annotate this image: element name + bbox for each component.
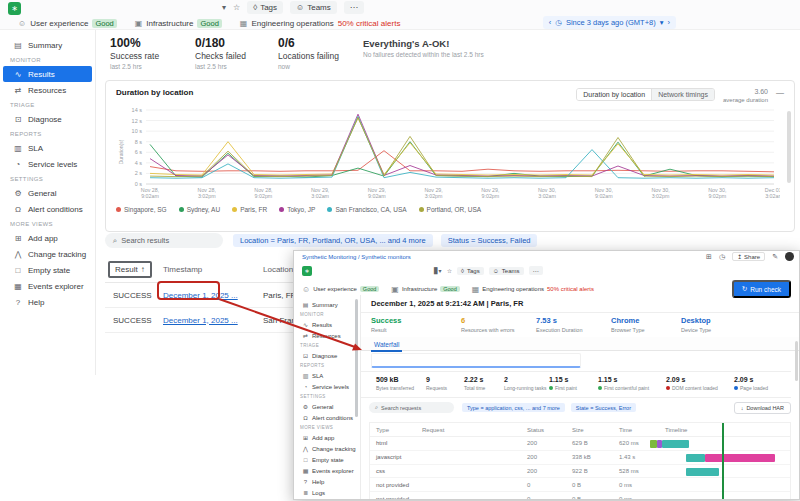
avatar[interactable]	[785, 252, 794, 261]
sidebar-item-events-explorer[interactable]: ▦Events explorer	[3, 278, 92, 294]
app-logo[interactable]: ∗	[302, 266, 312, 276]
sidebar-item-results[interactable]: ∿Results	[3, 66, 92, 82]
sidebar-item-general[interactable]: ⚙General	[296, 401, 358, 412]
sidebar-item-help[interactable]: ?Help	[3, 294, 92, 310]
sidebar-item-empty-state[interactable]: □Empty state	[3, 262, 92, 278]
sidebar-item-general[interactable]: ⚙General	[3, 185, 92, 201]
sidebar-item-alert-conditions[interactable]: ΩAlert conditions	[3, 201, 92, 217]
waterfall-column-timeline[interactable]: Timeline	[665, 427, 790, 433]
status-infrastructure[interactable]: ▣InfrastructureGood	[135, 19, 222, 28]
status-badge: Good	[360, 286, 379, 292]
share-button[interactable]: ↥Share	[732, 252, 765, 261]
tags-button[interactable]: ◊Tags	[457, 267, 484, 275]
waterfall-row[interactable]: not provided00 B0 ms	[370, 478, 790, 492]
grid-icon[interactable]: ⊞	[706, 253, 712, 261]
metric-label: Bytes transferred	[376, 385, 414, 391]
download-har-button[interactable]: ↓Download HAR	[734, 402, 791, 414]
sidebar-item-sla[interactable]: ▥SLA	[296, 370, 358, 381]
sidebar-item-service-levels[interactable]: ◔Service levels	[3, 156, 92, 172]
monitor-picker[interactable]: ▊▾	[434, 267, 442, 274]
waterfall-column-time[interactable]: Time	[619, 427, 665, 433]
sidebar-item-sla[interactable]: ▥SLA	[3, 140, 92, 156]
sidebar-item-label: Add app	[312, 435, 334, 441]
waterfall-row[interactable]: javascript200338 kB1.43 s	[370, 451, 790, 465]
filter-chip-status[interactable]: Status = Success, Failed	[441, 234, 538, 247]
overlay-sidebar-scrollbar[interactable]	[355, 299, 358, 417]
waterfall-column-status[interactable]: Status	[527, 427, 572, 433]
search-requests-input[interactable]: ⌕ Search requests	[369, 402, 454, 413]
breadcrumb[interactable]: Synthetic Monitoring / Synthetic monitor…	[302, 254, 411, 260]
status-infrastructure[interactable]: ▣InfrastructureGood	[391, 285, 459, 294]
metric-value: 2.09 s	[734, 376, 768, 383]
more-button[interactable]: ⋯	[529, 266, 543, 275]
toggle-network-timings[interactable]: Network timings	[651, 89, 714, 100]
status-engineering-operations[interactable]: ▦Engineering operations50% critical aler…	[472, 285, 594, 294]
search-input[interactable]: ⌕ Search results	[105, 233, 223, 248]
teams-button[interactable]: ☺Teams	[290, 1, 337, 14]
app-logo[interactable]: ∗	[8, 2, 21, 15]
sidebar-item-diagnose[interactable]: ⊡Diagnose	[3, 111, 92, 127]
sidebar-item-empty-state[interactable]: □Empty state	[296, 454, 358, 465]
chevron-down-icon[interactable]: ▾	[222, 3, 226, 12]
chart-scrollbar[interactable]	[787, 111, 791, 183]
sidebar-item-summary[interactable]: ▤Summary	[3, 37, 92, 53]
column-header-result[interactable]: Result↑	[105, 261, 163, 278]
sidebar-item-resources[interactable]: ⇄Resources	[3, 82, 92, 98]
svg-text:9:02pm: 9:02pm	[255, 193, 273, 199]
sort-focus-box[interactable]: Result↑	[108, 261, 152, 278]
status-label: Engineering operations	[482, 286, 544, 292]
sidebar-item-resources[interactable]: ⇄Resources	[296, 330, 358, 341]
legend-san-francisco-ca-usa: San Francisco, CA, USA	[327, 206, 406, 213]
status-engineering-operations[interactable]: ▦Engineering operations50% critical aler…	[240, 19, 401, 28]
sidebar-item-help[interactable]: ?Help	[296, 476, 358, 487]
filter-chip-location[interactable]: Location = Paris, FR, Portland, OR, USA,…	[233, 234, 433, 247]
sidebar-item-change-tracking[interactable]: ⋀Change tracking	[296, 443, 358, 454]
sidebar-item-results[interactable]: ∿Results	[296, 319, 358, 330]
waterfall-column-request[interactable]: Request	[422, 427, 527, 433]
status-cell: 200	[527, 454, 572, 460]
sidebar-item-diagnose[interactable]: ⊡Diagnose	[296, 350, 358, 361]
chevron-down-icon[interactable]: ▾	[660, 18, 664, 27]
overlay-sidebar: ▤SummaryMONITOR∿Results⇄ResourcesTRIAGE⊡…	[294, 295, 361, 499]
teams-button[interactable]: ☺Teams	[489, 267, 524, 275]
star-icon[interactable]: ☆	[233, 3, 240, 12]
overlay-scrollbar[interactable]	[795, 341, 798, 381]
column-header-timestamp[interactable]: Timestamp	[163, 265, 263, 274]
sidebar-item-summary[interactable]: ▤Summary	[296, 299, 358, 310]
more-button[interactable]: ⋯	[344, 1, 364, 14]
svg-text:3:02pm: 3:02pm	[198, 193, 216, 199]
waterfall-column-size[interactable]: Size	[572, 427, 619, 433]
sidebar-item-logs[interactable]: ≣Logs	[296, 487, 358, 498]
sidebar-item-add-app[interactable]: ⊞Add app	[296, 432, 358, 443]
time-range-picker[interactable]: ‹ ◷ Since 3 days ago (GMT+8) ▾ ›	[543, 16, 676, 29]
waterfall-row[interactable]: html200629 B620 ms	[370, 437, 790, 451]
sidebar-item-events-explorer[interactable]: ▦Events explorer	[296, 465, 358, 476]
filter-chip-type[interactable]: Type = application, css, ... and 7 more	[462, 403, 565, 412]
filter-chip-state[interactable]: State = Success, Error	[571, 403, 636, 412]
sidebar-item-alert-conditions[interactable]: ΩAlert conditions	[296, 412, 358, 423]
waterfall-row[interactable]: css200922 B528 ms	[370, 465, 790, 479]
tags-button[interactable]: ◊Tags	[247, 1, 283, 14]
result-timestamp-link[interactable]: December 1, 2025 ...	[163, 291, 238, 300]
waterfall-row[interactable]: not provided00 B0 ms	[370, 492, 790, 499]
tab-waterfall[interactable]: Waterfall	[371, 339, 402, 352]
svg-text:9:02pm: 9:02pm	[708, 193, 726, 199]
toggle-duration-by-location[interactable]: Duration by location	[577, 89, 651, 100]
pencil-icon[interactable]: ✎	[772, 253, 778, 261]
prev-icon[interactable]: ‹	[549, 18, 552, 27]
next-icon[interactable]: ›	[668, 18, 671, 27]
check-stat-label: Device Type	[681, 327, 711, 333]
status-user-experience[interactable]: ☺User experienceGood	[302, 285, 379, 294]
clock-icon[interactable]: ◷	[719, 253, 725, 261]
svg-text:14 s: 14 s	[132, 107, 143, 113]
collapse-icon[interactable]: —	[776, 88, 784, 97]
result-timestamp-link[interactable]: December 1, 2025 ...	[163, 316, 238, 325]
status-user-experience[interactable]: ☺User experienceGood	[18, 19, 117, 28]
sidebar-item-service-levels[interactable]: ◔Service levels	[296, 381, 358, 392]
check-stat-browser-type: ChromeBrowser Type	[611, 316, 681, 333]
waterfall-column-type[interactable]: Type	[370, 427, 422, 433]
filmstrip-placeholder[interactable]	[371, 353, 581, 368]
star-icon[interactable]: ☆	[447, 267, 452, 274]
sidebar-item-change-tracking[interactable]: ⋀Change tracking	[3, 246, 92, 262]
sidebar-item-add-app[interactable]: ⊞Add app	[3, 230, 92, 246]
